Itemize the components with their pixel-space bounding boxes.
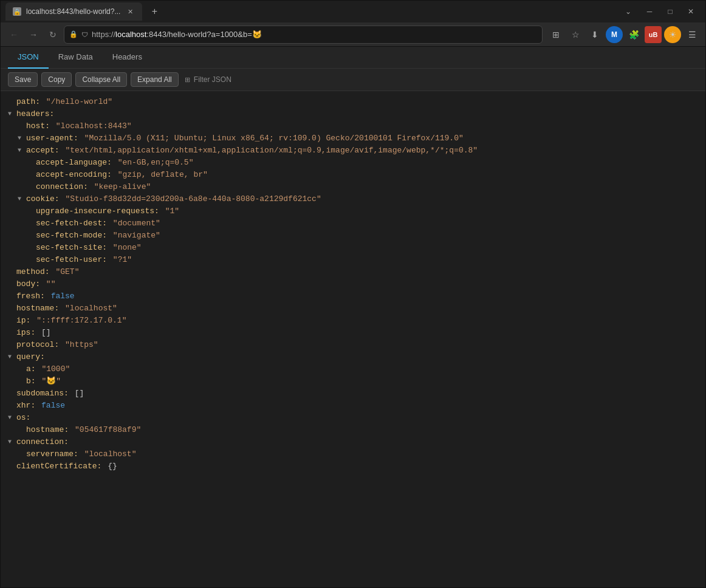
json-row: xhr: false <box>1 400 705 412</box>
user-agent-toggle[interactable]: ▼ <box>15 134 24 143</box>
tab-json[interactable]: JSON <box>8 47 49 69</box>
tab-title: localhost:8443/hello-world?... <box>26 7 120 16</box>
json-row: ▼ os: <box>1 412 705 424</box>
json-row: accept-language: "en-GB,en;q=0.5" <box>1 157 705 169</box>
accept-toggle[interactable]: ▼ <box>15 146 24 155</box>
menu-btn[interactable]: ☰ <box>684 26 701 43</box>
json-row: ▼ cookie: "Studio-f38d32dd=230d200a-6a8e… <box>1 193 705 205</box>
back-btn[interactable]: ← <box>5 26 22 43</box>
nav-actions: ⊞ ☆ ⬇ M 🧩 uB ☀ ☰ <box>547 26 701 43</box>
bookmark-btn[interactable]: ☆ <box>567 26 584 43</box>
save-button[interactable]: Save <box>8 72 38 87</box>
profile-btn[interactable]: M <box>606 26 623 43</box>
json-row: sec-fetch-mode: "navigate" <box>1 230 705 242</box>
tab-raw-data[interactable]: Raw Data <box>49 47 103 69</box>
tab-overflow-btn[interactable]: ⌄ <box>625 7 631 16</box>
json-row: ▼ headers: <box>1 108 705 120</box>
tab-favicon: 🔒 <box>13 7 21 16</box>
url-host: localhost <box>115 30 146 39</box>
extensions-btn[interactable]: 🧩 <box>625 26 642 43</box>
json-row: clientCertificate: {} <box>1 460 705 473</box>
viewer-tabs: JSON Raw Data Headers <box>1 47 705 69</box>
maximize-btn[interactable]: □ <box>660 2 680 21</box>
lock-icon: 🛡 <box>81 31 88 38</box>
content-area: JSON Raw Data Headers Save Copy Collapse… <box>1 47 705 587</box>
json-row: connection: "keep-alive" <box>1 181 705 193</box>
pocket-btn[interactable]: ⬇ <box>586 26 603 43</box>
url-path: :8443/hello-world?a=1000&b=🐱 <box>146 30 261 39</box>
cookie-toggle[interactable]: ▼ <box>15 195 24 203</box>
json-row: protocol: "https" <box>1 339 705 351</box>
nav-bar: ← → ↻ 🔒 🛡 https://localhost:8443/hello-w… <box>1 22 705 47</box>
json-row: sec-fetch-site: "none" <box>1 242 705 254</box>
json-row: upgrade-insecure-requests: "1" <box>1 205 705 217</box>
json-row: a: "1000" <box>1 363 705 375</box>
os-toggle[interactable]: ▼ <box>5 414 14 422</box>
close-btn[interactable]: ✕ <box>681 2 701 21</box>
tab-close-btn[interactable]: ✕ <box>125 7 135 16</box>
title-bar: 🔒 localhost:8443/hello-world?... ✕ + ⌄ ─… <box>1 1 705 22</box>
json-row: hostname: "054617f88af9" <box>1 424 705 436</box>
json-row: b: "🐱" <box>1 375 705 388</box>
json-row: accept-encoding: "gzip, deflate, br" <box>1 169 705 181</box>
minimize-btn[interactable]: ─ <box>640 2 659 21</box>
json-row: ips: [] <box>1 327 705 339</box>
toolbar: Save Copy Collapse All Expand All ⊞ Filt… <box>1 69 705 91</box>
copy-button[interactable]: Copy <box>41 72 72 87</box>
window-controls: ─ □ ✕ <box>640 2 701 21</box>
json-row: sec-fetch-dest: "document" <box>1 217 705 230</box>
json-row: ▼ user-agent: "Mozilla/5.0 (X11; Ubuntu;… <box>1 132 705 145</box>
address-bar[interactable]: 🔒 🛡 https://localhost:8443/hello-world?a… <box>64 26 543 44</box>
json-row: ip: "::ffff:172.17.0.1" <box>1 315 705 327</box>
json-row: ▼ accept: "text/html,application/xhtml+x… <box>1 145 705 157</box>
url-text: https://localhost:8443/hello-world?a=100… <box>92 30 262 39</box>
new-tab-button[interactable]: + <box>146 3 163 20</box>
filter-box: ⊞ Filter JSON <box>185 75 231 84</box>
json-row: host: "localhost:8443" <box>1 120 705 132</box>
filter-label: Filter JSON <box>194 75 231 84</box>
json-row: fresh: false <box>1 290 705 303</box>
json-row: hostname: "localhost" <box>1 303 705 315</box>
json-row: method: "GET" <box>1 266 705 278</box>
json-row: body: "" <box>1 278 705 290</box>
connection-toggle[interactable]: ▼ <box>5 438 14 446</box>
json-row: path: "/hello-world" <box>1 96 705 108</box>
expand-all-button[interactable]: Expand All <box>131 72 179 87</box>
json-row: ▼ query: <box>1 351 705 363</box>
tab-headers[interactable]: Headers <box>103 47 152 69</box>
forward-btn[interactable]: → <box>25 26 42 43</box>
reload-btn[interactable]: ↻ <box>44 26 61 43</box>
json-row: sec-fetch-user: "?1" <box>1 254 705 266</box>
browser-tab[interactable]: 🔒 localhost:8443/hello-world?... ✕ <box>5 2 142 21</box>
filter-icon: ⊞ <box>185 76 190 84</box>
ublock-btn[interactable]: uB <box>645 26 662 43</box>
apps-btn[interactable]: ⊞ <box>547 26 564 43</box>
json-row: subdomains: [] <box>1 388 705 400</box>
theme-btn[interactable]: ☀ <box>664 26 681 43</box>
security-icon: 🔒 <box>69 30 78 38</box>
json-viewer[interactable]: path: "/hello-world" ▼ headers: host: "l… <box>1 91 705 587</box>
json-row: servername: "localhost" <box>1 448 705 460</box>
url-scheme: https:// <box>92 30 115 39</box>
json-row: ▼ connection: <box>1 436 705 448</box>
headers-toggle[interactable]: ▼ <box>5 110 14 118</box>
query-toggle[interactable]: ▼ <box>5 353 14 361</box>
collapse-all-button[interactable]: Collapse All <box>75 72 127 87</box>
browser-window: 🔒 localhost:8443/hello-world?... ✕ + ⌄ ─… <box>0 0 706 588</box>
